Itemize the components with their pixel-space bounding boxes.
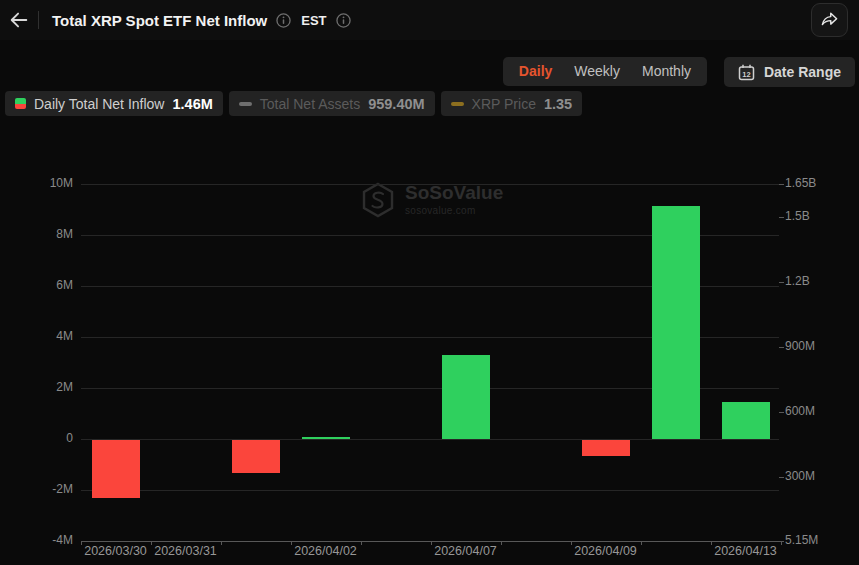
left-axis-label-8M: 8M xyxy=(0,227,73,241)
bar-2026-04-13[interactable] xyxy=(722,402,770,439)
right-axis-label-1.2B: 1.2B xyxy=(785,274,810,288)
x-axis-label-2026-04-13: 2026/04/13 xyxy=(696,544,796,558)
gridline--2M xyxy=(81,490,779,491)
left-axis-label-2M: 2M xyxy=(0,380,73,394)
bar-2026-03-30[interactable] xyxy=(92,440,140,498)
right-axis-tick-300M xyxy=(779,477,784,478)
right-axis-tick-1.65B xyxy=(779,184,784,185)
bar-2026-04-01[interactable] xyxy=(232,440,280,473)
left-axis-label-6M: 6M xyxy=(0,278,73,292)
x-axis-label-2026-04-02: 2026/04/02 xyxy=(276,544,376,558)
right-axis-tick-1.2B xyxy=(779,282,784,283)
left-axis-label-4M: 4M xyxy=(0,329,73,343)
net-inflow-bar-chart: 10M8M6M4M2M0-2M-4M1.65B1.5B1.2B900M600M3… xyxy=(0,0,859,565)
bar-2026-04-07[interactable] xyxy=(442,355,490,439)
x-axis-label-2026-04-09: 2026/04/09 xyxy=(556,544,656,558)
right-axis-tick-900M xyxy=(779,347,784,348)
left-axis-label-10M: 10M xyxy=(0,176,73,190)
gridline-10M xyxy=(81,184,779,185)
left-axis-label-0: 0 xyxy=(0,431,73,445)
right-axis-tick-600M xyxy=(779,412,784,413)
right-axis-label-900M: 900M xyxy=(785,339,815,353)
right-axis-tick-1.5B xyxy=(779,217,784,218)
right-axis-label-600M: 600M xyxy=(785,404,815,418)
bar-2026-04-10[interactable] xyxy=(652,206,700,439)
gridline-0 xyxy=(81,439,779,440)
x-axis-label-2026-03-31: 2026/03/31 xyxy=(136,544,236,558)
right-axis-label-1.5B: 1.5B xyxy=(785,209,810,223)
right-axis-label-300M: 300M xyxy=(785,469,815,483)
app-window: Total XRP Spot ETF Net Inflow EST DailyW… xyxy=(0,0,859,565)
left-axis-label--4M: -4M xyxy=(0,533,73,547)
x-axis-label-2026-04-07: 2026/04/07 xyxy=(416,544,516,558)
bar-2026-04-09[interactable] xyxy=(582,440,630,456)
bar-2026-04-02[interactable] xyxy=(302,437,350,439)
right-axis-label-1.65B: 1.65B xyxy=(785,176,816,190)
left-axis-label--2M: -2M xyxy=(0,482,73,496)
